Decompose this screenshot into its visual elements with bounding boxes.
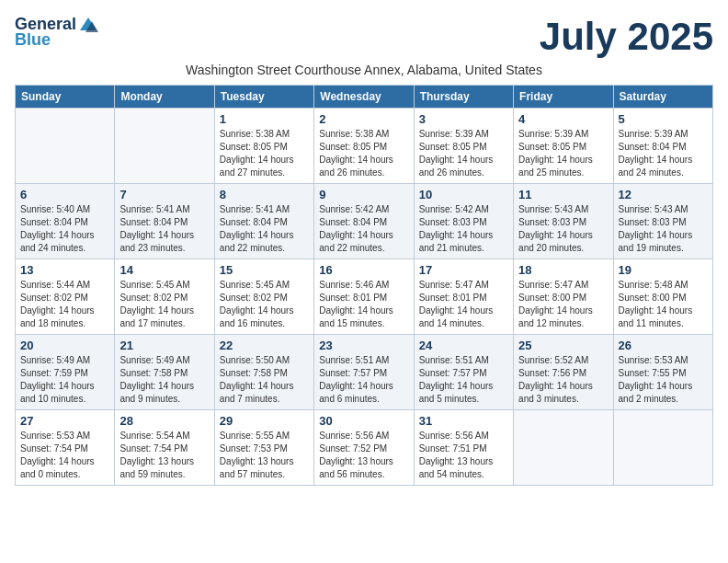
day-number: 3 — [419, 112, 508, 126]
day-info: Sunrise: 5:39 AM Sunset: 8:05 PM Dayligh… — [518, 128, 608, 179]
day-number: 12 — [619, 188, 708, 201]
calendar-cell: 6Sunrise: 5:40 AM Sunset: 8:04 PM Daylig… — [16, 184, 115, 259]
day-number: 20 — [20, 339, 109, 352]
calendar-cell: 29Sunrise: 5:55 AM Sunset: 7:53 PM Dayli… — [214, 410, 313, 486]
day-number: 14 — [119, 263, 209, 277]
calendar-header-row: SundayMondayTuesdayWednesdayThursdayFrid… — [16, 86, 713, 109]
day-info: Sunrise: 5:56 AM Sunset: 7:51 PM Dayligh… — [419, 430, 508, 481]
day-number: 2 — [319, 112, 408, 126]
calendar-cell: 14Sunrise: 5:45 AM Sunset: 8:02 PM Dayli… — [115, 259, 214, 335]
day-number: 28 — [119, 414, 209, 428]
calendar-cell: 17Sunrise: 5:47 AM Sunset: 8:01 PM Dayli… — [414, 259, 513, 335]
calendar-week-1: 1Sunrise: 5:38 AM Sunset: 8:05 PM Daylig… — [16, 109, 713, 184]
logo-blue: Blue — [15, 30, 51, 50]
calendar-cell — [613, 410, 712, 486]
calendar-cell: 13Sunrise: 5:44 AM Sunset: 8:02 PM Dayli… — [16, 259, 115, 335]
calendar-cell: 21Sunrise: 5:49 AM Sunset: 7:58 PM Dayli… — [115, 335, 214, 410]
day-number: 24 — [419, 339, 508, 352]
calendar-cell: 7Sunrise: 5:41 AM Sunset: 8:04 PM Daylig… — [115, 184, 214, 259]
day-number: 6 — [20, 188, 109, 201]
calendar-cell: 3Sunrise: 5:39 AM Sunset: 8:05 PM Daylig… — [414, 109, 513, 184]
day-info: Sunrise: 5:47 AM Sunset: 8:01 PM Dayligh… — [419, 279, 508, 330]
day-number: 26 — [619, 339, 708, 352]
day-number: 11 — [518, 188, 608, 201]
calendar-cell: 26Sunrise: 5:53 AM Sunset: 7:55 PM Dayli… — [613, 335, 712, 410]
day-number: 1 — [220, 112, 309, 126]
day-info: Sunrise: 5:54 AM Sunset: 7:54 PM Dayligh… — [119, 430, 209, 481]
day-info: Sunrise: 5:49 AM Sunset: 7:58 PM Dayligh… — [119, 354, 209, 406]
calendar-table: SundayMondayTuesdayWednesdayThursdayFrid… — [15, 85, 713, 486]
day-info: Sunrise: 5:53 AM Sunset: 7:55 PM Dayligh… — [619, 354, 708, 406]
day-info: Sunrise: 5:43 AM Sunset: 8:03 PM Dayligh… — [518, 203, 608, 255]
day-info: Sunrise: 5:46 AM Sunset: 8:01 PM Dayligh… — [319, 279, 408, 330]
day-number: 27 — [20, 414, 109, 428]
page-header: General Blue July 2025 — [15, 15, 713, 59]
day-info: Sunrise: 5:50 AM Sunset: 7:58 PM Dayligh… — [220, 354, 309, 406]
column-header-thursday: Thursday — [414, 86, 513, 109]
calendar-week-5: 27Sunrise: 5:53 AM Sunset: 7:54 PM Dayli… — [16, 410, 713, 486]
day-info: Sunrise: 5:51 AM Sunset: 7:57 PM Dayligh… — [319, 354, 408, 406]
day-info: Sunrise: 5:45 AM Sunset: 8:02 PM Dayligh… — [119, 279, 209, 330]
logo-icon — [78, 16, 98, 34]
day-number: 31 — [419, 414, 508, 428]
calendar-subtitle: Washington Street Courthouse Annex, Alab… — [15, 63, 713, 77]
calendar-cell: 12Sunrise: 5:43 AM Sunset: 8:03 PM Dayli… — [613, 184, 712, 259]
calendar-cell: 18Sunrise: 5:47 AM Sunset: 8:00 PM Dayli… — [514, 259, 613, 335]
calendar-cell: 23Sunrise: 5:51 AM Sunset: 7:57 PM Dayli… — [314, 335, 414, 410]
calendar-cell: 20Sunrise: 5:49 AM Sunset: 7:59 PM Dayli… — [16, 335, 115, 410]
calendar-cell: 30Sunrise: 5:56 AM Sunset: 7:52 PM Dayli… — [314, 410, 414, 486]
day-info: Sunrise: 5:41 AM Sunset: 8:04 PM Dayligh… — [119, 203, 209, 255]
calendar-cell: 24Sunrise: 5:51 AM Sunset: 7:57 PM Dayli… — [414, 335, 513, 410]
day-number: 22 — [220, 339, 309, 352]
day-info: Sunrise: 5:40 AM Sunset: 8:04 PM Dayligh… — [20, 203, 109, 255]
column-header-monday: Monday — [115, 86, 214, 109]
day-info: Sunrise: 5:44 AM Sunset: 8:02 PM Dayligh… — [20, 279, 109, 330]
day-number: 18 — [518, 263, 608, 277]
day-info: Sunrise: 5:38 AM Sunset: 8:05 PM Dayligh… — [319, 128, 408, 179]
day-info: Sunrise: 5:45 AM Sunset: 8:02 PM Dayligh… — [220, 279, 309, 330]
day-number: 10 — [419, 188, 508, 201]
calendar-week-4: 20Sunrise: 5:49 AM Sunset: 7:59 PM Dayli… — [16, 335, 713, 410]
calendar-cell: 16Sunrise: 5:46 AM Sunset: 8:01 PM Dayli… — [314, 259, 414, 335]
calendar-cell — [115, 109, 214, 184]
calendar-cell: 27Sunrise: 5:53 AM Sunset: 7:54 PM Dayli… — [16, 410, 115, 486]
calendar-week-3: 13Sunrise: 5:44 AM Sunset: 8:02 PM Dayli… — [16, 259, 713, 335]
day-number: 30 — [319, 414, 408, 428]
day-info: Sunrise: 5:39 AM Sunset: 8:04 PM Dayligh… — [619, 128, 708, 179]
day-number: 21 — [119, 339, 209, 352]
column-header-sunday: Sunday — [16, 86, 115, 109]
day-number: 29 — [220, 414, 309, 428]
day-number: 19 — [619, 263, 708, 277]
day-number: 4 — [518, 112, 608, 126]
calendar-cell — [16, 109, 115, 184]
calendar-cell — [514, 410, 613, 486]
day-info: Sunrise: 5:38 AM Sunset: 8:05 PM Dayligh… — [220, 128, 309, 179]
day-number: 16 — [319, 263, 408, 277]
calendar-cell: 1Sunrise: 5:38 AM Sunset: 8:05 PM Daylig… — [214, 109, 313, 184]
day-info: Sunrise: 5:52 AM Sunset: 7:56 PM Dayligh… — [518, 354, 608, 406]
column-header-friday: Friday — [514, 86, 613, 109]
logo: General Blue — [15, 15, 100, 50]
day-number: 13 — [20, 263, 109, 277]
day-number: 25 — [518, 339, 608, 352]
calendar-cell: 10Sunrise: 5:42 AM Sunset: 8:03 PM Dayli… — [414, 184, 513, 259]
calendar-cell: 31Sunrise: 5:56 AM Sunset: 7:51 PM Dayli… — [414, 410, 513, 486]
day-number: 9 — [319, 188, 408, 201]
month-title: July 2025 — [540, 15, 713, 59]
day-number: 17 — [419, 263, 508, 277]
day-info: Sunrise: 5:56 AM Sunset: 7:52 PM Dayligh… — [319, 430, 408, 481]
calendar-cell: 28Sunrise: 5:54 AM Sunset: 7:54 PM Dayli… — [115, 410, 214, 486]
calendar-cell: 2Sunrise: 5:38 AM Sunset: 8:05 PM Daylig… — [314, 109, 414, 184]
calendar-cell: 5Sunrise: 5:39 AM Sunset: 8:04 PM Daylig… — [613, 109, 712, 184]
day-info: Sunrise: 5:48 AM Sunset: 8:00 PM Dayligh… — [619, 279, 708, 330]
calendar-cell: 15Sunrise: 5:45 AM Sunset: 8:02 PM Dayli… — [214, 259, 313, 335]
day-info: Sunrise: 5:41 AM Sunset: 8:04 PM Dayligh… — [220, 203, 309, 255]
column-header-saturday: Saturday — [613, 86, 712, 109]
day-number: 15 — [220, 263, 309, 277]
day-info: Sunrise: 5:43 AM Sunset: 8:03 PM Dayligh… — [619, 203, 708, 255]
day-number: 5 — [619, 112, 708, 126]
day-number: 7 — [119, 188, 209, 201]
calendar-cell: 22Sunrise: 5:50 AM Sunset: 7:58 PM Dayli… — [214, 335, 313, 410]
day-info: Sunrise: 5:42 AM Sunset: 8:04 PM Dayligh… — [319, 203, 408, 255]
day-info: Sunrise: 5:42 AM Sunset: 8:03 PM Dayligh… — [419, 203, 508, 255]
